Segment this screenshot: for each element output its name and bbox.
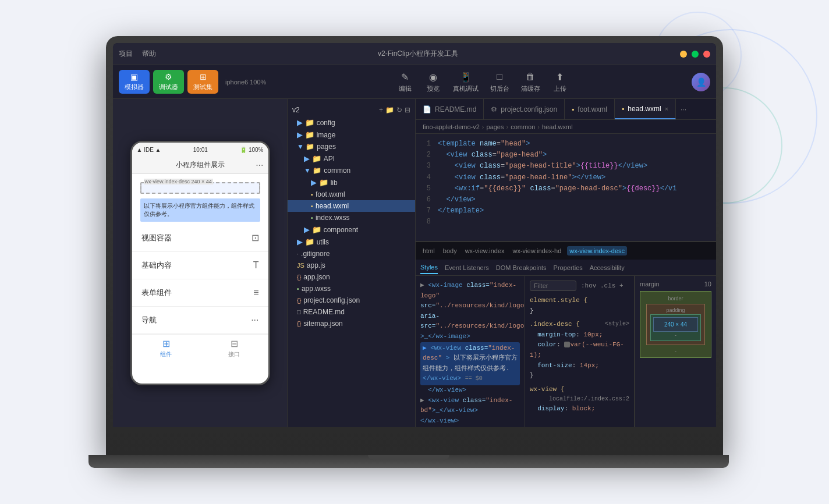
api-nav-icon: ⊟ [231, 338, 238, 349]
code-line-2: 2 <view class="page-head"> [416, 150, 716, 161]
inspector-tab-accessibility[interactable]: Accessibility [590, 262, 625, 274]
css-selector-index-desc: .index-desc { <style> [530, 320, 629, 330]
html-line-2[interactable]: ▶ <wx-view class="index-desc" > 以下将展示小程序… [420, 342, 520, 385]
generic-icon-gitignore: · [297, 250, 299, 257]
file-item-project-config[interactable]: {} project.config.json [288, 294, 415, 306]
menu-item-project[interactable]: 项目 [119, 49, 133, 59]
expand-icon-1[interactable]: ▶ [420, 282, 424, 289]
file-item-pages[interactable]: ▼ 📁 pages [288, 141, 415, 152]
list-item-2[interactable]: 表单组件 ≡ [132, 279, 268, 307]
code-content-1: <template name="head"> [438, 139, 711, 150]
margin-label: margin [640, 281, 660, 288]
inspector-tab-dom-breakpoints[interactable]: DOM Breakpoints [496, 262, 547, 274]
file-item-app-json[interactable]: {} app.json [288, 271, 415, 283]
tab-close-head-wxml[interactable]: × [665, 105, 668, 112]
head-wxml-tab-icon: ▪ [622, 105, 624, 113]
file-item-app-json-label: app.json [303, 273, 330, 281]
list-item-1-label: 基础内容 [141, 260, 172, 271]
new-file-icon[interactable]: + [379, 106, 383, 114]
list-item-3-label: 导航 [141, 315, 157, 325]
toolbar: ▣ 模拟器 ⚙ 调试器 ⊞ 测试集 iphone6 100% [113, 65, 716, 99]
win-close[interactable] [703, 51, 710, 58]
file-item-component-label: component [324, 226, 358, 234]
toolbar-right: 👤 [692, 73, 710, 91]
file-item-image[interactable]: ▶ 📁 image [288, 129, 415, 141]
tab-project-config[interactable]: ⚙ project.config.json [484, 99, 565, 119]
file-item-gitignore[interactable]: · .gitignore [288, 248, 415, 260]
project-config-tab-label: project.config.json [501, 105, 557, 113]
file-item-utils[interactable]: ▶ 📁 utils [288, 236, 415, 248]
project-config-tab-icon: ⚙ [491, 105, 497, 113]
html-tag-wx-image: <wx-image [428, 282, 462, 289]
toolbar-action-preview[interactable]: ◉ 预览 [425, 70, 441, 93]
toolbar-action-upload[interactable]: ⬆ 上传 [552, 70, 568, 93]
file-item-readme[interactable]: □ README.md [288, 306, 415, 318]
phone-title-bar: 小程序组件展示 ··· [132, 157, 268, 174]
file-panel: v2 + 📁 ↻ ⊟ ▶ 📁 config [288, 99, 416, 427]
file-item-component[interactable]: ▶ 📁 component [288, 223, 415, 236]
file-item-app-wxss[interactable]: ▪ app.wxss [288, 283, 415, 294]
list-item-3[interactable]: 导航 ··· [132, 307, 268, 334]
phone-text-block: 以下将展示小程序官方组件能力，组件样式仅供参考。 [140, 198, 260, 222]
inspector-tab-styles[interactable]: Styles [420, 261, 438, 274]
inspector-tab-event-listeners[interactable]: Event Listeners [445, 262, 489, 274]
toolbar-action-background[interactable]: □ 切后台 [490, 70, 509, 93]
json-icon-project: {} [297, 297, 301, 304]
inspector-tab-properties[interactable]: Properties [554, 262, 583, 274]
tab-more-btn[interactable]: ··· [676, 105, 691, 113]
win-minimize[interactable] [680, 51, 687, 58]
collapse-icon[interactable]: ⊟ [405, 106, 410, 114]
upload-label: 上传 [554, 84, 566, 93]
filter-input[interactable] [530, 281, 576, 291]
element-tag-wx-view-index-hd[interactable]: wx-view.index-hd [511, 246, 564, 255]
code-content-7: </template> [438, 205, 711, 216]
toolbar-btn-testset[interactable]: ⊞ 测试集 [187, 70, 218, 94]
toolbar-btn-simulator[interactable]: ▣ 模拟器 [119, 70, 150, 94]
toolbar-action-realdevice[interactable]: 📱 真机调试 [453, 70, 479, 93]
html-line-1: ▶ <wx-image class="index-logo" src="../r… [420, 281, 520, 342]
expand-icon-4[interactable]: ▶ [420, 397, 424, 404]
tab-bar: 📄 README.md ⚙ project.config.json ▪ foot… [416, 99, 716, 120]
menu-item-help[interactable]: 帮助 [142, 49, 156, 59]
line-num-5: 5 [420, 183, 438, 194]
element-tag-body[interactable]: body [441, 246, 459, 255]
line-num-6: 6 [420, 194, 438, 205]
phone-nav-api[interactable]: ⊟ 接口 [200, 335, 268, 362]
file-item-project-config-label: project.config.json [303, 296, 360, 304]
file-item-lib[interactable]: ▶ 📁 lib [288, 176, 415, 189]
element-tag-html[interactable]: html [420, 246, 437, 255]
file-item-config[interactable]: ▶ 📁 config [288, 116, 415, 129]
tab-head-wxml[interactable]: ▪ head.wxml × [615, 99, 676, 119]
file-item-head-wxml[interactable]: ▪ head.wxml [288, 200, 415, 212]
file-item-sitemap[interactable]: {} sitemap.json [288, 318, 415, 329]
tab-foot-wxml[interactable]: ▪ foot.wxml [565, 99, 615, 119]
box-outer: border padding 240 × 44 [640, 291, 711, 358]
file-item-foot-wxml[interactable]: ▪ foot.wxml [288, 189, 415, 200]
code-content-4: <view class="page-head-line"></view> [438, 172, 711, 183]
toolbar-action-edit[interactable]: ✎ 编辑 [397, 70, 413, 93]
toolbar-btn-debugger[interactable]: ⚙ 调试器 [153, 70, 184, 94]
code-area[interactable]: 1 <template name="head"> 2 <view class="… [416, 134, 716, 241]
user-avatar[interactable]: 👤 [692, 73, 710, 91]
file-item-common[interactable]: ▼ 📁 common [288, 165, 415, 176]
element-tag-wx-view-index[interactable]: wx-view.index [463, 246, 507, 255]
list-item-0[interactable]: 视图容器 ⊡ [132, 224, 268, 252]
css-rule-index-desc: .index-desc { <style> margin-top: 10px; … [530, 320, 629, 381]
phone-nav-components[interactable]: ⊞ 组件 [132, 335, 200, 362]
file-item-index-wxss[interactable]: ▪ index.wxss [288, 212, 415, 223]
list-item-1[interactable]: 基础内容 T [132, 252, 268, 279]
tab-readme[interactable]: 📄 README.md [416, 99, 484, 119]
edit-icon: ✎ [397, 70, 413, 83]
refresh-icon[interactable]: ↻ [396, 106, 402, 114]
file-item-api[interactable]: ▶ 📁 API [288, 152, 415, 165]
html-line-6: </body> [420, 426, 520, 427]
new-folder-icon[interactable]: 📁 [385, 106, 394, 114]
file-item-app-js[interactable]: JS app.js [288, 260, 415, 271]
js-icon-app: JS [297, 262, 304, 269]
win-maximize[interactable] [692, 51, 699, 58]
phone-title-dots[interactable]: ··· [256, 160, 263, 171]
element-tag-wx-view-index-desc[interactable]: wx-view.index-desc [567, 246, 627, 255]
toolbar-action-clear[interactable]: 🗑 清缓存 [521, 70, 540, 93]
title-bar-left: 项目 帮助 [119, 49, 156, 59]
filter-hint: :hov .cls + [581, 282, 623, 289]
